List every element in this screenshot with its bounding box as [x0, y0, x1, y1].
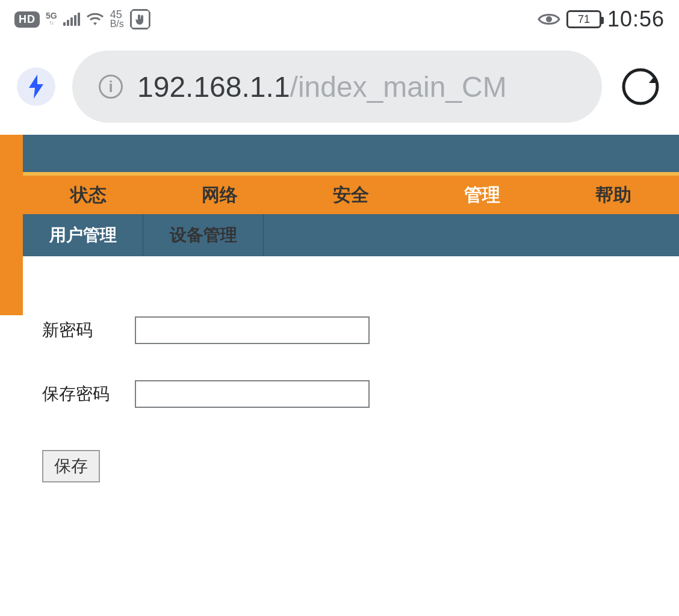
header-blue-band: [23, 135, 679, 172]
status-bar: HD 5G ↑↓ 45 B/s: [0, 0, 679, 38]
hd-badge: HD: [14, 11, 40, 28]
data-rate: 45 B/s: [110, 10, 124, 29]
tab-status[interactable]: 状态: [23, 183, 154, 208]
network-arrows-icon: ↑↓: [49, 19, 54, 26]
battery-level: 71: [578, 13, 590, 26]
data-rate-value: 45: [110, 10, 124, 19]
confirm-password-label: 保存密码: [42, 383, 120, 405]
router-page: 状态 网络 安全 管理 帮助 用户管理 设备管理 新密码 保存密码 保存: [0, 135, 679, 482]
battery-indicator: 71: [566, 10, 601, 28]
address-bar[interactable]: i 192.168.1.1/index_main_CM: [72, 51, 602, 123]
site-info-icon[interactable]: i: [99, 75, 123, 99]
tab-manage[interactable]: 管理: [417, 183, 548, 208]
svg-point-0: [546, 16, 552, 22]
data-rate-unit: B/s: [110, 19, 124, 29]
save-button[interactable]: 保存: [42, 450, 100, 482]
tab-security[interactable]: 安全: [285, 183, 417, 208]
eye-icon: [538, 12, 560, 26]
clock: 10:56: [607, 7, 665, 32]
signal-bars-icon: [63, 13, 80, 26]
new-password-input[interactable]: [135, 316, 370, 344]
block-hand-icon: [130, 9, 150, 29]
main-nav: 状态 网络 安全 管理 帮助: [23, 176, 679, 214]
new-password-label: 新密码: [42, 319, 120, 342]
wifi-icon: [86, 12, 104, 26]
network-type-label: 5G: [46, 12, 57, 19]
subtab-user-manage[interactable]: 用户管理: [23, 214, 143, 256]
svg-point-1: [624, 70, 657, 103]
row-new-password: 新密码: [42, 316, 679, 344]
sub-nav: 用户管理 设备管理: [23, 214, 679, 256]
tab-network[interactable]: 网络: [154, 183, 285, 208]
left-orange-notch: [0, 279, 18, 315]
content-area: 新密码 保存密码 保存: [0, 256, 679, 482]
tab-help[interactable]: 帮助: [548, 183, 679, 208]
browser-toolbar: i 192.168.1.1/index_main_CM: [0, 38, 679, 135]
status-right: 71 10:56: [538, 7, 665, 32]
subtab-device-manage[interactable]: 设备管理: [143, 214, 264, 256]
status-left: HD 5G ↑↓ 45 B/s: [14, 9, 150, 29]
confirm-password-input[interactable]: [135, 380, 370, 408]
reload-button[interactable]: [619, 65, 662, 108]
url-path: /index_main_CM: [290, 71, 507, 103]
row-confirm-password: 保存密码: [42, 380, 679, 408]
url-host: 192.168.1.1: [137, 71, 290, 103]
amp-icon[interactable]: [17, 67, 55, 106]
network-type: 5G ↑↓: [46, 12, 57, 26]
